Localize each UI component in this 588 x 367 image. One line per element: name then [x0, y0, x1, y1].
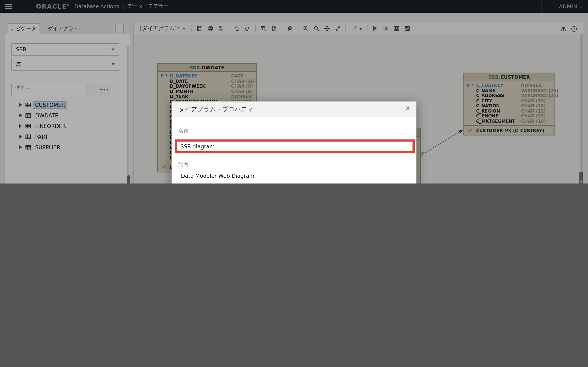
dialog-header: ダイアグラム・プロパティ ✕	[172, 101, 416, 117]
name-field-annotation: SSB diagram	[175, 140, 415, 153]
name-label: 名前	[178, 128, 189, 134]
diagram-properties-dialog: ダイアグラム・プロパティ ✕ 名前 SSB diagram 説明 Data Mo…	[172, 101, 416, 184]
application-window: ORACLE® Database Actions | データ・モデラー ADMI…	[0, 0, 588, 184]
close-icon[interactable]: ✕	[405, 104, 410, 112]
dialog-title: ダイアグラム・プロパティ	[178, 106, 254, 113]
diagram-name-input[interactable]: SSB diagram	[177, 142, 413, 151]
diagram-description-textarea[interactable]: Data Modeler Web Diagram	[177, 170, 412, 184]
description-label: 説明	[178, 161, 189, 168]
